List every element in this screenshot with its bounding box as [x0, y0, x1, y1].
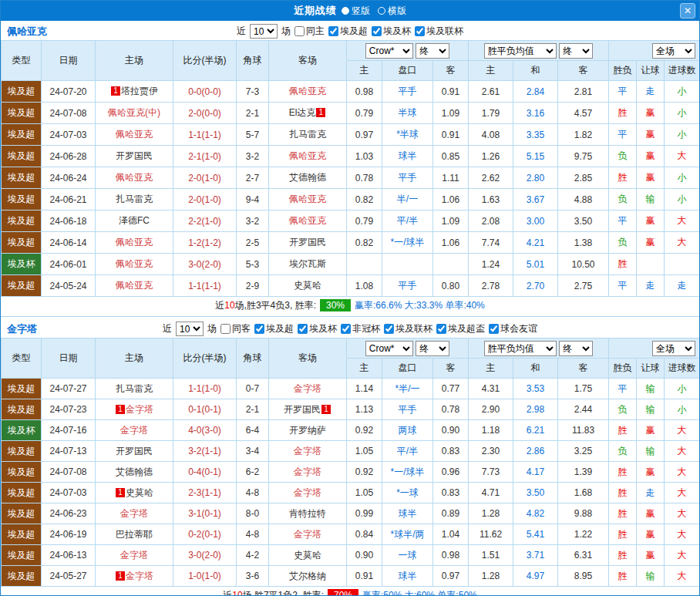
final-mean-select[interactable]: 终: [559, 341, 593, 356]
radio-unselected-icon[interactable]: [378, 7, 385, 15]
home-team-cell: 佩哈亚克(中): [96, 103, 173, 124]
odds-home-cell: 1.14: [347, 379, 382, 399]
match-date-cell: 24-07-08: [42, 103, 96, 124]
mean-home-cell: 4.08: [469, 124, 513, 146]
match-date-cell: 24-06-28: [42, 146, 96, 167]
league-checkbox[interactable]: [341, 324, 351, 334]
match-date-cell: 24-06-14: [42, 232, 96, 254]
close-icon[interactable]: ✕: [680, 3, 695, 19]
rate-stats: 赢率:50% 大:60% 单率:50%: [362, 589, 477, 596]
home-team-cell: 巴拉蒂耶: [96, 524, 173, 545]
bookmaker-select[interactable]: Crow*: [365, 341, 413, 356]
same-venue-checkbox[interactable]: [220, 324, 231, 334]
league-checkbox[interactable]: [254, 324, 264, 334]
league-filter-label: 非冠杯: [352, 322, 380, 335]
rank-badge: 1: [316, 108, 325, 117]
recent-count-select[interactable]: 10: [176, 322, 204, 336]
corner-cell: 3-2: [237, 146, 269, 167]
goals-result-cell: 大: [665, 503, 700, 524]
same-venue-filter[interactable]: 同客: [220, 322, 251, 335]
scope-select[interactable]: 全场: [652, 341, 695, 356]
radio-selected-icon[interactable]: [342, 7, 349, 15]
goals-result-cell: 小: [665, 81, 700, 103]
handicap-result-cell: 赢: [637, 524, 665, 545]
result-cell: 负: [609, 399, 637, 420]
result-cell: 胜: [609, 503, 637, 524]
handicap-result-cell: 输: [637, 441, 665, 462]
league-filter[interactable]: 埃及杯: [298, 322, 337, 335]
same-venue-filter[interactable]: 同主: [294, 25, 325, 38]
league-filter[interactable]: 埃及联杯: [384, 322, 432, 335]
league-type-cell: 埃及超: [2, 146, 42, 167]
mean-draw-cell: 4.17: [513, 462, 558, 483]
mean-away-cell: 3.25: [558, 441, 609, 462]
league-filter[interactable]: 埃及超: [254, 322, 294, 335]
odds-home-cell: 1.08: [347, 275, 382, 297]
corner-cell: 4-8: [237, 524, 269, 545]
league-checkbox[interactable]: [298, 324, 308, 334]
final-odds-select[interactable]: 终: [416, 43, 449, 59]
scope-select[interactable]: 全场: [652, 43, 695, 59]
col-goals: 进球数: [665, 61, 700, 81]
handicap-result-cell: 走: [637, 81, 665, 103]
league-filter[interactable]: 埃及超: [328, 25, 368, 38]
league-checkbox[interactable]: [372, 26, 382, 36]
match-date-cell: 24-05-24: [42, 275, 96, 297]
away-team-cell: 开罗纳萨: [269, 420, 347, 441]
match-row: 埃及超24-06-23金字塔3-1(0-1)8-0肯特拉特0.99球半0.891…: [2, 503, 700, 524]
recent-count-select[interactable]: 10: [250, 24, 278, 39]
horizontal-layout-option[interactable]: 横版: [378, 5, 406, 18]
matches-table: 类型 日期 主场 比分(半场) 角球 客场 Crow* 终 胜平负均值 终: [1, 338, 700, 587]
col-away: 客场: [269, 41, 347, 81]
mean-draw-cell: 4.21: [513, 232, 558, 254]
same-venue-checkbox[interactable]: [294, 26, 305, 36]
result-cell: 胜: [609, 545, 637, 566]
final-odds-select[interactable]: 终: [416, 341, 449, 356]
final-mean-select[interactable]: 终: [559, 43, 593, 59]
league-checkbox[interactable]: [436, 324, 446, 334]
odds-home-cell: 0.82: [347, 232, 382, 254]
league-filter[interactable]: 球会友谊: [489, 322, 537, 335]
league-filter[interactable]: 埃及联杯: [415, 25, 463, 38]
match-row: 埃及超24-06-21扎马雷克2-0(1-0)9-4佩哈亚克0.82半/一1.0…: [2, 189, 700, 210]
league-filter-label: 埃及杯: [383, 25, 411, 38]
league-filter[interactable]: 非冠杯: [341, 322, 380, 335]
mean-odds-select[interactable]: 胜平负均值: [484, 341, 557, 356]
league-checkbox[interactable]: [489, 324, 499, 334]
goals-result-cell: 小: [665, 124, 700, 146]
match-row: 埃及超24-06-14佩哈亚克1-2(1-2)2-5开罗国民0.82*一/球半1…: [2, 232, 700, 254]
bookmaker-select[interactable]: Crow*: [365, 43, 413, 59]
mean-away-cell: 2.44: [558, 399, 609, 420]
col-result: 胜负: [609, 61, 637, 81]
mean-draw-cell: 3.67: [513, 189, 558, 210]
horizontal-layout-label: 横版: [388, 5, 406, 18]
match-row: 埃及超24-06-28开罗国民2-1(1-0)3-2佩哈亚克1.03球半0.85…: [2, 146, 700, 167]
col-mean-home: 主: [469, 359, 513, 379]
league-type-cell: 埃及超: [2, 81, 42, 103]
match-date-cell: 24-06-13: [42, 545, 96, 566]
col-result: 胜负: [609, 359, 637, 379]
match-row: 埃及超24-05-271金字塔1-0(1-0)3-6艾尔格纳0.91球半0.97…: [2, 566, 700, 587]
mean-odds-select[interactable]: 胜平负均值: [484, 43, 557, 59]
away-team-cell: 艾尔格纳: [269, 566, 347, 587]
handicap-line-cell: 两球: [382, 420, 433, 441]
league-checkbox[interactable]: [328, 26, 338, 36]
league-filter[interactable]: 埃及杯: [372, 25, 411, 38]
odds-select-cell: Crow* 终: [347, 41, 469, 61]
match-date-cell: 24-06-21: [42, 189, 96, 210]
league-checkbox[interactable]: [384, 324, 394, 334]
corner-cell: 6-4: [237, 420, 269, 441]
result-cell: 负: [609, 441, 637, 462]
league-filter[interactable]: 埃及超盃: [436, 322, 485, 335]
away-team-cell: El达克1: [269, 103, 347, 124]
odds-home-cell: 1.13: [347, 399, 382, 420]
corner-cell: 2-7: [237, 167, 269, 189]
title-bar: 近期战绩 竖版 横版 ✕: [1, 1, 699, 21]
score-cell: 2-1(1-0): [173, 146, 237, 167]
vertical-layout-option[interactable]: 竖版: [342, 5, 370, 18]
col-odds-home: 主: [347, 61, 382, 81]
handicap-line-cell: 平手: [382, 275, 433, 297]
league-checkbox[interactable]: [415, 26, 425, 36]
handicap-line-cell: 半球: [382, 103, 433, 124]
summary-text: 近10场,胜7平1负2, 胜率:: [223, 589, 324, 596]
